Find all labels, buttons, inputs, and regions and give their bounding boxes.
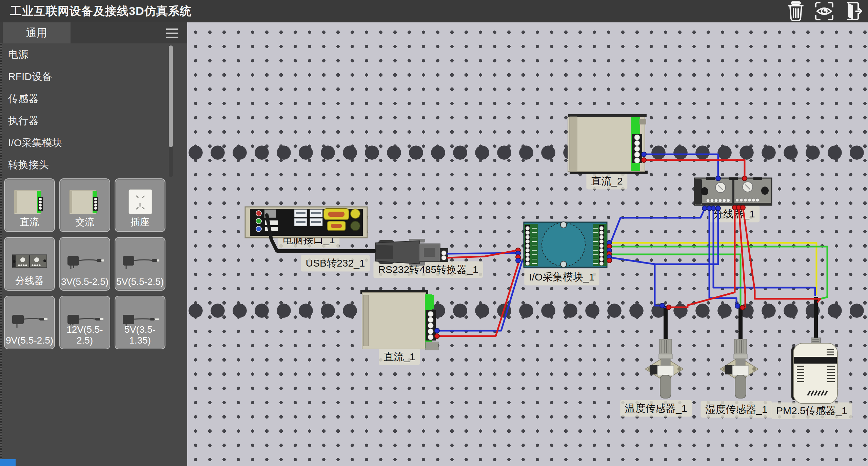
device-pm25-sensor[interactable] — [791, 297, 837, 404]
device-pc-interface[interactable] — [245, 207, 367, 238]
menu-icon[interactable] — [166, 28, 178, 38]
wire-yellow[interactable] — [608, 243, 816, 294]
palette-card-label: 直流 — [5, 216, 54, 229]
wire-red-dc1-io[interactable] — [435, 258, 520, 336]
power-adapter-icon — [63, 247, 107, 274]
scrollbar-thumb[interactable] — [169, 45, 173, 147]
splitter-icon — [7, 247, 52, 274]
wire-blue-splitter-pm[interactable] — [713, 208, 815, 295]
palette-card-5v-135[interactable]: 5V(3.5-1.35) — [115, 296, 165, 349]
power-adapter-icon — [7, 306, 52, 333]
status-chip — [0, 459, 16, 466]
palette-card-12v[interactable]: 12V(5.5-2.5) — [59, 296, 110, 349]
wire-blue-dc1-io[interactable] — [435, 261, 522, 331]
device-io-module[interactable] — [524, 222, 607, 267]
palette-card-splitter[interactable]: 分线器 — [4, 237, 55, 291]
palette-card-label: 5V(5.5-2.5) — [115, 276, 165, 287]
title-bar: 工业互联网设备及接线3D仿真系统 — [0, 0, 868, 22]
wire-red-dc2-splitter[interactable] — [642, 160, 745, 179]
sidebar-item-io-module[interactable]: I/O采集模块 — [0, 132, 187, 154]
category-menu: 电源 RFID设备 传感器 执行器 I/O采集模块 转换接头 — [0, 43, 187, 176]
palette-card-ac[interactable]: 交流 — [59, 178, 110, 232]
sidebar: 通用 电源 RFID设备 传感器 执行器 I/O采集模块 转换接头 直流 — [0, 22, 187, 466]
trash-icon[interactable] — [786, 1, 806, 21]
wire-blue-dc2-splitter[interactable] — [642, 154, 718, 179]
sidebar-item-power[interactable]: 电源 — [0, 43, 187, 65]
palette-card-dc[interactable]: 直流 — [4, 178, 55, 232]
power-adapter-icon — [118, 247, 162, 274]
device-rs232-485-converter[interactable] — [376, 239, 448, 266]
dc-module-icon — [11, 188, 48, 216]
ac-module-icon — [66, 188, 103, 216]
palette-card-label: 交流 — [60, 216, 110, 229]
palette-card-5v[interactable]: 5V(5.5-2.5) — [115, 237, 165, 291]
socket-icon — [121, 188, 159, 216]
device-palette: 直流 交流 插座 — [4, 178, 165, 349]
palette-card-label: 5V(3.5-1.35) — [115, 324, 165, 346]
palette-card-label: 分线器 — [5, 274, 54, 287]
palette-card-socket[interactable]: 插座 — [115, 178, 165, 232]
serial-ports — [324, 209, 349, 231]
palette-card-9v[interactable]: 9V(5.5-2.5) — [4, 296, 55, 349]
palette-card-label: 插座 — [115, 216, 165, 229]
exit-icon[interactable] — [843, 1, 863, 21]
device-dc-supply-1[interactable] — [360, 290, 438, 350]
sidebar-item-rfid[interactable]: RFID设备 — [0, 65, 187, 88]
tab-general[interactable]: 通用 — [3, 22, 71, 43]
device-splitter[interactable] — [694, 177, 772, 205]
device-humidity-sensor[interactable] — [720, 306, 758, 398]
sidebar-item-actuator[interactable]: 执行器 — [0, 110, 187, 132]
sidebar-item-adapter[interactable]: 转换接头 — [0, 154, 187, 176]
device-temperature-sensor[interactable] — [645, 306, 683, 398]
tab-strip: 通用 — [0, 22, 187, 43]
wire-red-splitter-temp[interactable] — [667, 208, 735, 307]
palette-card-label: 12V(5.5-2.5) — [60, 324, 110, 346]
palette-card-label: 3V(5.5-2.5) — [60, 276, 110, 287]
device-dc-supply-2[interactable] — [568, 114, 648, 174]
sidebar-item-sensor[interactable]: 传感器 — [0, 88, 187, 110]
app-title: 工业互联网设备及接线3D仿真系统 — [10, 3, 192, 19]
palette-card-3v[interactable]: 3V(5.5-2.5) — [59, 237, 110, 291]
palette-card-label: 9V(5.5-2.5) — [5, 335, 54, 346]
view-icon[interactable] — [814, 1, 834, 21]
wire-blue-io-splitter[interactable] — [608, 209, 705, 250]
